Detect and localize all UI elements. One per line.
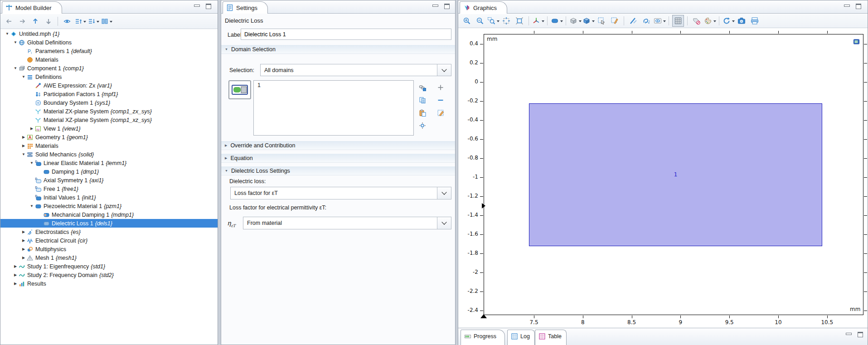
- zoom-selection-button[interactable]: [417, 120, 428, 131]
- collapse-arrow-icon[interactable]: ▼: [29, 204, 35, 208]
- snapshot-button[interactable]: [736, 15, 747, 27]
- tab-graphics[interactable]: Graphics: [460, 1, 507, 14]
- tree-item-study-1-eigenfrequency[interactable]: ▶Study 1: Eigenfrequency{std1}: [0, 262, 218, 271]
- dropdown-arrow-icon[interactable]: [497, 20, 499, 24]
- graphics-maximize-button[interactable]: [856, 4, 861, 9]
- collapse-arrow-icon[interactable]: ▼: [12, 40, 19, 44]
- section-equation[interactable]: ▶ Equation: [221, 153, 455, 163]
- tab-log[interactable]: Log: [507, 330, 535, 345]
- tree-item-participation-factors-1[interactable]: Participation Factors 1{mpf1}: [0, 90, 218, 98]
- expand-arrow-icon[interactable]: ▶: [12, 264, 19, 268]
- expand-arrow-icon[interactable]: ▶: [20, 230, 27, 234]
- dropdown-arrow-icon[interactable]: [97, 21, 99, 24]
- plot-canvas[interactable]: mm mm 7.588.599.51010.50.40.20-0.2-0.4-0…: [458, 28, 868, 328]
- expand-arrow-icon[interactable]: ▶: [20, 144, 27, 148]
- tab-progress[interactable]: Progress: [461, 330, 505, 345]
- nav-forward-button[interactable]: [16, 15, 28, 27]
- paste-selection-button[interactable]: [417, 107, 428, 118]
- expand-arrow-icon[interactable]: ▶: [20, 247, 27, 251]
- environment-button[interactable]: [582, 15, 594, 27]
- tree-item-untitled-mph[interactable]: ▼Untitled.mph{1}: [0, 29, 218, 38]
- tree-item-free-1[interactable]: DFree 1{free1}: [0, 185, 218, 193]
- maximize-button[interactable]: [206, 4, 211, 9]
- zoom-to-selection-button[interactable]: [514, 15, 525, 27]
- settings-minimize-button[interactable]: [432, 5, 438, 7]
- tree-item-solid-mechanics[interactable]: ▼Solid Mechanics{solid}: [0, 150, 218, 159]
- dock-maximize-button[interactable]: [858, 332, 863, 337]
- zoom-out-button[interactable]: [474, 15, 486, 27]
- color-theme-button[interactable]: [704, 15, 716, 27]
- tab-settings[interactable]: Settings: [223, 1, 268, 14]
- expand-arrow-icon[interactable]: ▶: [12, 282, 19, 286]
- tree-item-awe-expression-zx[interactable]: AWE Expression: Zx{var1}: [0, 81, 218, 90]
- expand-arrow-icon[interactable]: ▶: [29, 126, 35, 131]
- tree-columns-button[interactable]: [101, 15, 112, 27]
- dock-minimize-button[interactable]: [846, 333, 852, 335]
- expand-all-button[interactable]: [87, 15, 99, 27]
- tree-item-global-definitions[interactable]: ▼Global Definitions: [0, 38, 218, 47]
- tree-item-boundary-system-1[interactable]: Boundary System 1{sys1}: [0, 98, 218, 107]
- nav-back-button[interactable]: [3, 15, 15, 27]
- dropdown-arrow-icon[interactable]: [83, 21, 86, 24]
- tree-item-view-1[interactable]: ▶xyView 1{view1}: [0, 124, 218, 133]
- tree-item-damping-1[interactable]: Damping 1{dmp1}: [0, 167, 218, 176]
- tree-item-initial-values-1[interactable]: DInitial Values 1{init1}: [0, 193, 218, 202]
- grid-button[interactable]: [672, 15, 684, 27]
- section-override[interactable]: ▶ Override and Contribution: [221, 141, 455, 150]
- reset-view-button[interactable]: [723, 15, 734, 27]
- dropdown-arrow-icon[interactable]: [560, 20, 563, 24]
- dropdown-arrow-icon[interactable]: [713, 20, 716, 24]
- dropdown-arrow-icon[interactable]: [592, 20, 595, 24]
- tab-table[interactable]: Table: [535, 330, 567, 345]
- minimize-button[interactable]: [194, 5, 200, 7]
- dielectric-loss-combo-dropdown[interactable]: [437, 187, 451, 199]
- dropdown-arrow-icon[interactable]: [110, 21, 112, 24]
- orbit-button[interactable]: [640, 15, 652, 27]
- add-button[interactable]: [435, 82, 446, 93]
- print-button[interactable]: [749, 15, 761, 27]
- expand-arrow-icon[interactable]: ▶: [20, 238, 27, 243]
- selection-list-item[interactable]: 1: [257, 82, 410, 88]
- copy-selection-button[interactable]: [417, 95, 428, 106]
- dropdown-arrow-icon[interactable]: [579, 20, 582, 24]
- select-domains-button[interactable]: [551, 15, 563, 27]
- hide-labels-button[interactable]: [691, 15, 703, 27]
- move-down-button[interactable]: [43, 15, 54, 27]
- collapse-arrow-icon[interactable]: ▼: [29, 161, 35, 165]
- clear-selection-button[interactable]: [435, 107, 446, 118]
- tree-item-component-1[interactable]: ▼Component 1{comp1}: [0, 64, 218, 73]
- select-box-button[interactable]: [596, 15, 607, 27]
- tab-model-builder[interactable]: Model Builder: [2, 1, 62, 14]
- zoom-box-button[interactable]: [487, 15, 499, 27]
- tree-item-mechanical-damping-1[interactable]: Mechanical Damping 1{mdmp1}: [0, 210, 218, 219]
- selection-combo-dropdown[interactable]: [437, 64, 451, 76]
- tree-item-parameters-1[interactable]: PiParameters 1{default}: [0, 47, 218, 55]
- tree-item-linear-elastic-material-1[interactable]: ▼DLinear Elastic Material 1{lemm1}: [0, 159, 218, 167]
- move-up-button[interactable]: [29, 15, 41, 27]
- tree-item-material-xz-plane-system[interactable]: Material XZ-plane System{comp1_xz_sys}: [0, 116, 218, 124]
- zoom-in-button[interactable]: [461, 15, 473, 27]
- tree-item-electrostatics[interactable]: ▶*Electrostatics{es}: [0, 228, 218, 236]
- expand-arrow-icon[interactable]: ▶: [20, 135, 27, 139]
- label-input[interactable]: [241, 29, 451, 40]
- tree-item-axial-symmetry-1[interactable]: DAxial Symmetry 1{axi1}: [0, 176, 218, 185]
- axis-marker-left-icon[interactable]: [482, 203, 488, 209]
- tree-item-material-zx-plane-system[interactable]: Material ZX-plane System{comp1_zx_sys}: [0, 107, 218, 116]
- collapse-arrow-icon[interactable]: ▼: [20, 75, 27, 79]
- collapse-arrow-icon[interactable]: ▼: [12, 66, 19, 70]
- go-to-default-view-button[interactable]: [532, 15, 544, 27]
- graphics-minimize-button[interactable]: [844, 5, 850, 7]
- tree-item-dielectric-loss-1[interactable]: Dielectric Loss 1{dels1}: [0, 219, 218, 228]
- zoom-extents-button[interactable]: [500, 15, 512, 27]
- tree-item-mesh-1[interactable]: ▶Mesh 1{mesh1}: [0, 253, 218, 262]
- axis-marker-bottom-icon[interactable]: [480, 311, 487, 318]
- dropdown-arrow-icon[interactable]: [663, 20, 666, 24]
- eta-combo[interactable]: From material: [243, 217, 451, 229]
- dielectric-loss-combo[interactable]: Loss factor for εT: [230, 187, 451, 199]
- remove-button[interactable]: [435, 95, 446, 106]
- tree-item-multiphysics[interactable]: ▶Multiphysics: [0, 245, 218, 253]
- eta-combo-dropdown[interactable]: [437, 217, 451, 229]
- selection-combo[interactable]: All domains: [260, 64, 451, 76]
- tree-item-geometry-1[interactable]: ▶Geometry 1{geom1}: [0, 133, 218, 141]
- tree-item-piezoelectric-material-1[interactable]: ▼Piezoelectric Material 1{pzm1}: [0, 202, 218, 210]
